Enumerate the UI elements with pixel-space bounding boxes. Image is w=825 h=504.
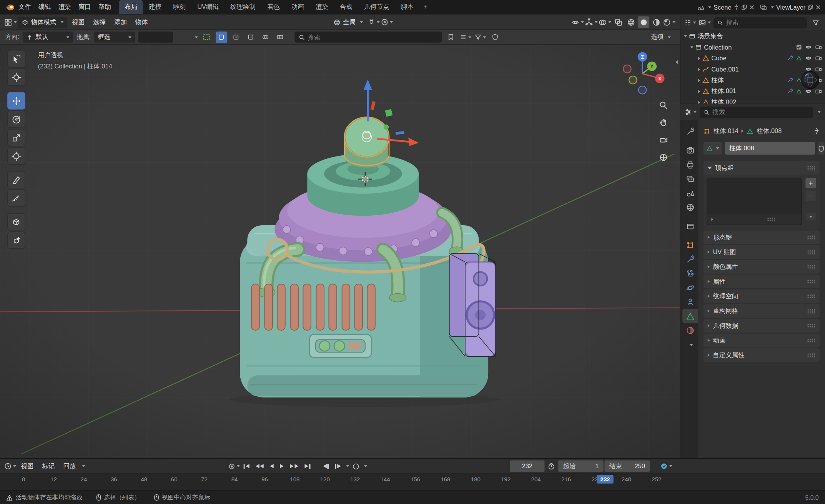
new-layer-icon[interactable] (808, 4, 813, 10)
filter-button[interactable] (474, 31, 486, 43)
tab-material[interactable] (682, 323, 698, 337)
tab-layout[interactable]: 布局 (119, 0, 143, 14)
shading-rendered-button[interactable] (663, 16, 675, 28)
add-workspace-button[interactable]: + (419, 0, 431, 14)
tab-output[interactable] (682, 157, 698, 171)
tab-shading[interactable]: 着色 (261, 0, 286, 14)
tab-object[interactable] (682, 238, 698, 252)
tool-select-box[interactable] (7, 50, 25, 67)
outliner-search[interactable] (714, 17, 807, 28)
menu-help[interactable]: 帮助 (95, 0, 115, 14)
pan-button[interactable] (657, 116, 670, 130)
tool-measure[interactable] (7, 190, 25, 207)
breadcrumb-object[interactable]: 柱体.014 (714, 126, 739, 135)
snap-toggle[interactable] (368, 16, 380, 28)
axis-z-neg-ball[interactable] (639, 86, 647, 94)
tab-sculpting[interactable]: 雕刻 (167, 0, 191, 14)
timeline-menu-playback[interactable]: 回放 (60, 462, 80, 471)
timeline-sync-button[interactable] (660, 461, 672, 472)
vp-menu-select[interactable]: 选择 (90, 18, 110, 27)
visibility-dropdown[interactable] (571, 16, 584, 28)
tool-cursor[interactable] (7, 68, 25, 86)
disable-render-camera-icon[interactable] (815, 88, 822, 95)
current-frame-field[interactable]: 232 (510, 461, 544, 472)
outliner-row-zhuti002[interactable]: 柱体.002 (680, 97, 825, 104)
outliner-filter-button[interactable] (810, 17, 821, 28)
playhead-badge[interactable]: 232 (597, 475, 614, 484)
disable-render-camera-icon[interactable] (815, 55, 822, 62)
tool-move[interactable] (7, 92, 25, 110)
menu-file[interactable]: 文件 (15, 0, 35, 14)
datablock-name-field[interactable] (725, 142, 815, 155)
tab-render[interactable] (682, 143, 698, 157)
panel-uv-maps[interactable]: UV 贴图 (704, 245, 820, 259)
panel-shape-keys[interactable]: 形态键 (704, 230, 820, 244)
panel-geometry-data[interactable]: 几何数据 (704, 319, 820, 333)
add-vertex-group-button[interactable]: + (805, 178, 816, 188)
hide-viewport-eye-icon[interactable] (805, 44, 812, 51)
auto-keying-caret[interactable] (364, 465, 367, 467)
tab-animation[interactable]: 动画 (286, 0, 310, 14)
outliner-editor-type-button[interactable] (684, 17, 696, 28)
panel-color-attributes[interactable]: 颜色属性 (704, 260, 820, 274)
pin-icon[interactable] (813, 128, 820, 134)
tab-compositing[interactable]: 合成 (334, 0, 358, 14)
select-mode-extend-button[interactable] (230, 31, 242, 43)
hide-viewport-eye-icon[interactable] (805, 55, 812, 62)
vertex-groups-list[interactable] (707, 178, 802, 225)
properties-search[interactable] (700, 106, 813, 118)
disable-render-camera-icon[interactable] (815, 44, 822, 51)
next-frame-button[interactable] (332, 462, 343, 471)
play-reverse-button[interactable] (267, 462, 276, 471)
tool-add-cube[interactable] (7, 213, 25, 230)
properties-editor-type-button[interactable] (685, 106, 697, 118)
use-preview-range-button[interactable] (546, 461, 557, 472)
tabs-overflow-caret[interactable] (690, 344, 693, 346)
scene-dropdown-caret[interactable] (708, 6, 711, 8)
shading-material-button[interactable] (650, 16, 662, 28)
expand-icon[interactable] (698, 79, 700, 82)
scene-name[interactable]: Scene (714, 3, 732, 11)
expand-icon[interactable] (698, 90, 700, 93)
next-keyframe-button[interactable] (287, 462, 301, 471)
outliner-row-collection[interactable]: Collection (680, 42, 825, 53)
select-mode-subtract-button[interactable] (245, 31, 256, 43)
display-mode-button[interactable] (460, 31, 471, 43)
breadcrumb-data[interactable]: 柱体.008 (757, 126, 782, 135)
select-mode-new-button[interactable] (216, 31, 227, 43)
list-filter-toggle[interactable] (711, 218, 713, 221)
zoom-button[interactable] (657, 98, 670, 112)
frame-start-field[interactable]: 起始1 (558, 461, 604, 472)
viewlayer-name[interactable]: ViewLayer (776, 3, 805, 11)
checkbox-icon[interactable] (796, 44, 802, 50)
expand-icon[interactable] (698, 68, 700, 71)
auto-keying-button[interactable] (350, 461, 361, 471)
xray-toggle[interactable] (612, 16, 624, 28)
outliner-row-scene-collection[interactable]: 场景集合 (680, 30, 825, 42)
snap-shield-button[interactable] (489, 31, 501, 43)
jump-to-end-button[interactable] (302, 462, 313, 471)
panel-attributes[interactable]: 属性 (704, 274, 820, 288)
panel-remesh[interactable]: 重构网格 (704, 304, 820, 318)
viewlayer-selector[interactable]: ViewLayer (760, 3, 821, 11)
viewlayer-dropdown-caret[interactable] (771, 6, 774, 8)
tool-rotate[interactable] (7, 110, 25, 128)
remove-vertex-group-button[interactable]: − (805, 190, 816, 201)
tab-rendering[interactable]: 渲染 (310, 0, 334, 14)
drag-dropdown[interactable]: 框选 (94, 32, 135, 43)
tool-transform[interactable] (7, 147, 25, 165)
vertex-group-specials-button[interactable] (805, 213, 816, 221)
tab-texture-paint[interactable]: 纹理绘制 (225, 0, 261, 14)
sidebar-toggle[interactable] (675, 58, 678, 66)
axis-y-neg-ball[interactable] (629, 76, 637, 84)
panel-animation[interactable]: 动画 (704, 334, 820, 348)
tool-search[interactable] (294, 32, 442, 43)
tab-geometry-nodes[interactable]: 几何节点 (358, 0, 395, 14)
direction-dropdown[interactable]: 默认 (23, 32, 73, 43)
expand-icon[interactable] (690, 46, 694, 48)
fake-user-button[interactable] (818, 142, 824, 155)
tab-scene[interactable] (682, 186, 698, 200)
tool-scale[interactable] (7, 129, 25, 146)
vp-menu-object[interactable]: 物体 (131, 18, 151, 27)
panel-grip[interactable] (807, 165, 815, 170)
